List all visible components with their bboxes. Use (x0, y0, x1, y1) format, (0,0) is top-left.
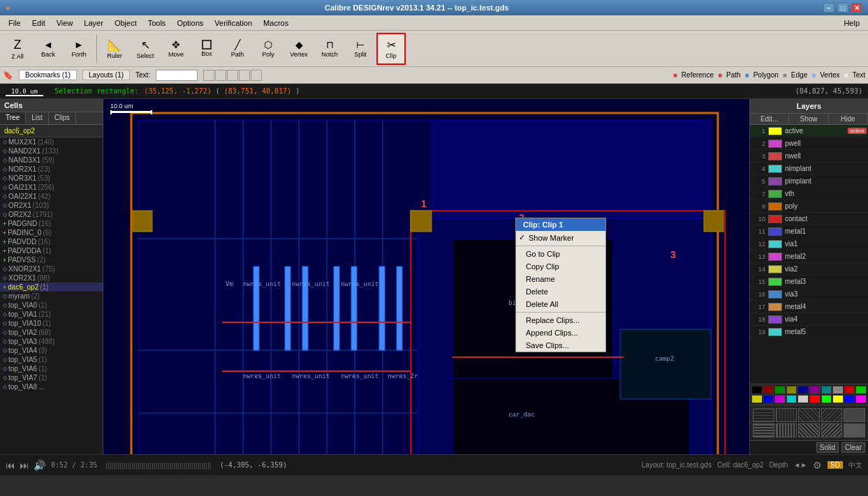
palette-darkblue[interactable] (797, 386, 809, 394)
list-item[interactable]: ◇OR2X1 (103) (0, 201, 103, 210)
palette-darkgreen[interactable] (774, 386, 786, 394)
palette-red[interactable] (844, 386, 855, 394)
canvas-area[interactable]: 10.0 um (103, 99, 749, 454)
list-item[interactable]: ◇MUX2X1 (140) (0, 137, 103, 146)
palette-olive[interactable] (786, 386, 797, 394)
list-item[interactable]: ◇top_VIA10 (1) (0, 319, 103, 328)
tool-ruler[interactable]: 📐 Ruler (100, 33, 129, 65)
list-item[interactable]: ◇top_VIA2 (68) (0, 328, 103, 337)
palette-gray[interactable] (832, 386, 844, 394)
menu-file[interactable]: File (3, 17, 27, 29)
tool-back[interactable]: ◄ Back (34, 33, 63, 65)
menu-tools[interactable]: Tools (142, 17, 172, 29)
ctx-rename[interactable]: Rename (516, 273, 605, 285)
menu-edit[interactable]: Edit (27, 17, 51, 29)
tab-tree[interactable]: Tree (0, 112, 26, 124)
list-item[interactable]: ◇top_VIA5 (1) (0, 355, 103, 364)
tool-clip[interactable]: ✂ Clip (376, 33, 406, 65)
minimize-button[interactable]: − (823, 3, 834, 13)
ctx-save-clips[interactable]: Save Clips... (516, 339, 605, 352)
nav-prev[interactable]: ◄ (215, 70, 226, 81)
bookmarks-icon[interactable]: 🔖 (3, 70, 13, 80)
list-item[interactable]: ◇OR2X2 (1791) (0, 210, 103, 219)
nav-center[interactable]: ⊙ (227, 70, 238, 81)
layer-row-11[interactable]: 11 metal1 (750, 225, 868, 238)
ctx-append-clips[interactable]: Append Clips... (516, 326, 605, 339)
palette-teal[interactable] (821, 386, 832, 394)
tool-forth[interactable]: ► Forth (64, 33, 94, 65)
nav-next[interactable]: ► (239, 70, 250, 81)
layer-row-19[interactable]: 19 metal5 (750, 326, 868, 338)
layers-hide-btn[interactable]: Hide (829, 114, 868, 124)
layer-row-12[interactable]: 12 via1 (750, 238, 868, 250)
palette-lightgray[interactable] (797, 395, 809, 403)
nav-last[interactable]: ►► (251, 70, 262, 81)
palette-purple[interactable] (809, 386, 821, 394)
settings-icon[interactable]: ⚙ (813, 460, 822, 471)
tool-path[interactable]: ╱ Path (223, 33, 252, 65)
list-item[interactable]: ◇OAI22X1 (42) (0, 192, 103, 201)
list-item[interactable]: ◇top_VIA4 (3) (0, 346, 103, 355)
solid-button[interactable]: Solid (816, 442, 839, 453)
palette-magenta[interactable] (774, 395, 786, 403)
text-input[interactable] (156, 70, 198, 81)
palette-black[interactable] (751, 386, 763, 394)
palette-brightblue[interactable] (844, 395, 855, 403)
pattern-10[interactable] (844, 423, 865, 437)
list-item[interactable]: ◇top_VIA3 (488) (0, 337, 103, 346)
play-audio-button[interactable]: 🔊 (34, 460, 45, 471)
palette-cyan[interactable] (786, 395, 797, 403)
list-item[interactable]: ◇NOR2X1 (23) (0, 165, 103, 174)
menu-layer[interactable]: Layer (78, 17, 109, 29)
pattern-2[interactable] (776, 408, 797, 422)
depth-controls[interactable]: ◄► (793, 461, 807, 469)
tab-list[interactable]: List (26, 112, 49, 124)
palette-darkred[interactable] (763, 386, 774, 394)
maximize-button[interactable]: □ (837, 3, 848, 13)
clear-button[interactable]: Clear (841, 442, 865, 453)
tool-select[interactable]: ↖ Select (131, 33, 160, 65)
palette-blue[interactable] (763, 395, 774, 403)
layer-row-15[interactable]: 15 metal3 (750, 276, 868, 288)
layer-row-10[interactable]: 10 contact (750, 213, 868, 225)
layer-row-4[interactable]: 4 nimplant (750, 163, 868, 175)
layer-row-13[interactable]: 13 metal2 (750, 250, 868, 263)
list-item[interactable]: ◇XNOR2X1 (75) (0, 264, 103, 273)
list-item[interactable]: ◇OAI21X1 (256) (0, 183, 103, 192)
palette-brightmagenta[interactable] (855, 395, 867, 403)
list-item[interactable]: ◇top_VIA7 (1) (0, 373, 103, 382)
layers-edit-btn[interactable]: Edit... (750, 114, 789, 124)
pattern-9[interactable] (821, 423, 843, 437)
menu-macros[interactable]: Macros (258, 17, 294, 29)
layer-row-16[interactable]: 16 via3 (750, 288, 868, 301)
tool-split[interactable]: ⊢ Split (346, 33, 375, 65)
tool-poly[interactable]: ⬡ Poly (253, 33, 283, 65)
menu-object[interactable]: Object (109, 17, 142, 29)
layers-list[interactable]: 1 active active 2 pwell 3 nwell 4 nimpla… (750, 125, 868, 384)
list-item[interactable]: +PADVDD (16) (0, 237, 103, 246)
list-item[interactable]: ◇top_VIA0 (1) (0, 301, 103, 310)
pattern-7[interactable] (776, 423, 797, 437)
cells-list[interactable]: ◇MUX2X1 (140) ◇NAND2X1 (133) ◇NAND3X1 (5… (0, 137, 103, 454)
palette-brightred[interactable] (809, 395, 821, 403)
list-item[interactable]: +PADVDDA (1) (0, 246, 103, 255)
ctx-copy-clip[interactable]: Copy Clip (516, 260, 605, 273)
layer-row-3[interactable]: 3 nwell (750, 150, 868, 163)
layer-row-5[interactable]: 5 pimplant (750, 175, 868, 188)
tool-zall[interactable]: Z Z All (3, 33, 32, 65)
tool-move[interactable]: ✥ Move (161, 33, 191, 65)
layouts-tab[interactable]: Layouts (1) (82, 70, 130, 80)
tool-box[interactable]: Box (192, 33, 221, 65)
list-item-dac6[interactable]: +dac6_op2 (1) (0, 283, 103, 292)
layer-row-14[interactable]: 14 via2 (750, 263, 868, 276)
palette-yellow[interactable] (751, 395, 763, 403)
list-item[interactable]: ◇NAND3X1 (59) (0, 156, 103, 165)
layer-row-9[interactable]: 9 poly (750, 200, 868, 213)
nav-first[interactable]: ◄◄ (203, 70, 214, 81)
layer-row-18[interactable]: 18 via4 (750, 313, 868, 326)
layers-show-btn[interactable]: Show (789, 114, 828, 124)
list-item[interactable]: ◇NOR3X1 (53) (0, 174, 103, 183)
palette-brightyellow[interactable] (832, 395, 844, 403)
pattern-8[interactable] (798, 423, 820, 437)
list-item[interactable]: ◇top_VIA8 ... (0, 382, 103, 391)
